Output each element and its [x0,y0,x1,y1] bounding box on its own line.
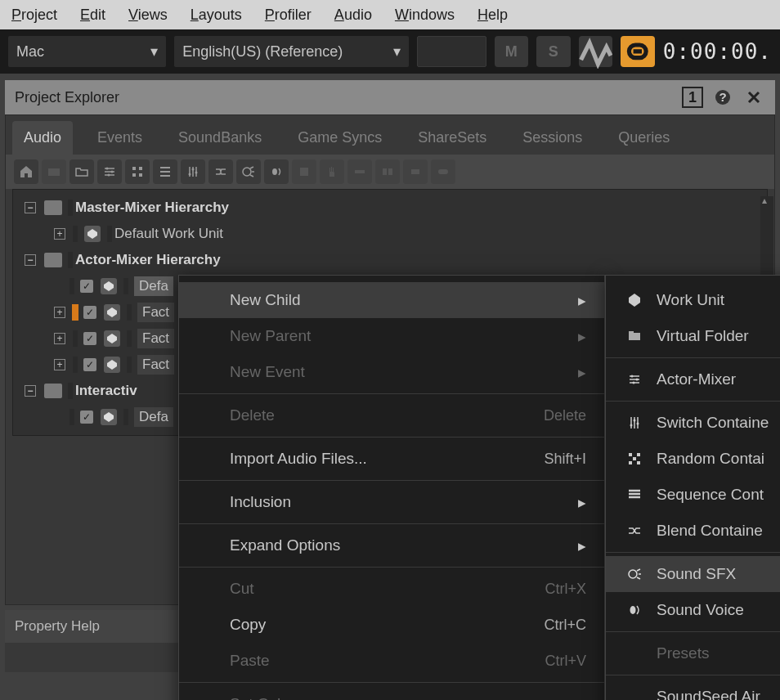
ctx-separator [606,401,780,402]
menu-layouts[interactable]: Layouts [191,7,242,24]
ctx-set-color[interactable]: Set Color [179,686,604,700]
tab-sessions[interactable]: Sessions [511,121,594,155]
checkbox-icon[interactable] [83,358,96,371]
profiler-toggle-button[interactable] [579,36,613,67]
language-label: English(US) (Reference) [182,43,343,61]
expand-icon[interactable]: + [54,307,65,318]
checkbox-icon[interactable] [80,280,93,293]
menu-edit[interactable]: Edit [80,7,105,24]
tb-switch[interactable] [181,159,205,184]
home-icon [20,165,33,178]
misc-icon [353,165,366,178]
tab-soundbanks[interactable]: SoundBanks [167,121,273,155]
collapse-icon[interactable]: − [25,385,36,397]
tb-list[interactable] [153,159,177,184]
tb-home[interactable] [14,159,38,184]
chevron-down-icon: ▾ [150,43,158,61]
ctx-paste[interactable]: Paste Ctrl+V [179,643,604,679]
solo-button[interactable]: S [536,36,571,67]
tree-label: Fact [137,355,174,375]
tree-row[interactable]: + Default Work Unit [13,221,767,247]
tab-events[interactable]: Events [86,121,154,155]
tb-open[interactable] [69,159,94,184]
tb-sfx[interactable] [236,159,261,184]
subctx-sound-sfx[interactable]: Sound SFX [606,556,780,592]
tb-folder[interactable] [42,159,66,184]
ctx-delete[interactable]: Delete Delete [179,397,604,433]
ctx-new-parent[interactable]: New Parent ▸ [179,318,604,354]
menu-help[interactable]: Help [477,7,508,24]
ctx-new-child[interactable]: New Child ▸ [179,282,604,318]
menubar: Project Edit Views Layouts Profiler Audi… [0,0,780,29]
subctx-sequence-container[interactable]: Sequence Cont [606,477,780,513]
subctx-actor-mixer[interactable]: Actor-Mixer [606,361,780,397]
subctx-virtual-folder[interactable]: Virtual Folder [606,318,780,354]
ctx-inclusion[interactable]: Inclusion ▸ [179,484,604,520]
platform-dropdown[interactable]: Mac ▾ [8,36,166,67]
subctx-presets[interactable]: Presets [606,635,780,671]
tb-b[interactable] [320,159,344,184]
tb-c[interactable] [347,159,372,184]
sliders-icon [103,165,116,178]
ctx-label: Delete [230,406,275,424]
panel-title: Project Explorer [15,89,119,106]
close-button[interactable] [742,86,765,109]
ctx-copy[interactable]: Copy Ctrl+C [179,607,604,643]
ctx-expand-options[interactable]: Expand Options ▸ [179,527,604,563]
tree-row-actor-mixer[interactable]: − Actor-Mixer Hierarchy [13,247,767,273]
svg-point-34 [629,570,637,578]
help-button[interactable]: ? [711,86,734,109]
menu-project[interactable]: Project [11,7,57,24]
tb-f[interactable] [431,159,455,184]
tree-row-master-mixer[interactable]: − Master-Mixer Hierarchy [13,195,767,221]
ctx-label: Set Color [230,695,294,700]
menu-windows[interactable]: Windows [395,7,455,24]
tb-voice[interactable] [264,159,289,184]
ctx-label: Random Contai [657,450,764,468]
tb-blend[interactable] [208,159,233,184]
menu-views[interactable]: Views [128,7,168,24]
svg-point-4 [111,171,114,173]
ctx-label: Expand Options [230,536,340,554]
subctx-random-container[interactable]: Random Contai [606,441,780,477]
expand-icon[interactable]: + [54,359,65,370]
subctx-soundseed-air[interactable]: SoundSeed Air [606,679,780,700]
collapse-icon[interactable]: − [25,254,36,266]
ctx-label: SoundSeed Air [657,688,760,700]
tb-a[interactable] [292,159,316,184]
svg-rect-16 [355,170,365,173]
checkbox-icon[interactable] [83,332,96,345]
tb-e[interactable] [403,159,428,184]
ctx-shortcut: Ctrl+X [545,581,586,598]
tb-sliders[interactable] [97,159,122,184]
ctx-import-audio[interactable]: Import Audio Files... Shift+I [179,441,604,477]
timecode: 0:00:00. [663,39,772,64]
mute-button[interactable]: M [495,36,529,67]
link-button[interactable] [621,36,655,67]
tab-gamesyncs[interactable]: Game Syncs [286,121,393,155]
checkbox-icon[interactable] [83,306,96,319]
svg-rect-9 [139,173,142,177]
checkbox-icon[interactable] [80,411,93,424]
subctx-work-unit[interactable]: Work Unit [606,282,780,318]
tab-sharesets[interactable]: ShareSets [406,121,498,155]
search-input[interactable] [417,36,486,67]
subctx-switch-container[interactable]: Switch Containe [606,405,780,441]
tb-grid[interactable] [125,159,150,184]
menu-profiler[interactable]: Profiler [265,7,312,24]
ctx-cut[interactable]: Cut Ctrl+X [179,571,604,607]
tab-audio[interactable]: Audio [12,121,73,155]
ctx-label: New Parent [230,327,311,345]
collapse-icon[interactable]: − [25,202,36,213]
subctx-sound-voice[interactable]: Sound Voice [606,592,780,628]
menu-audio[interactable]: Audio [334,7,372,24]
expand-icon[interactable]: + [54,333,65,344]
expand-icon[interactable]: + [54,228,65,240]
tb-d[interactable] [375,159,400,184]
ctx-new-event[interactable]: New Event ▸ [179,354,604,390]
tab-queries[interactable]: Queries [607,121,681,155]
panel-index-badge[interactable]: 1 [682,87,703,108]
language-dropdown[interactable]: English(US) (Reference) ▾ [174,36,409,67]
subctx-blend-container[interactable]: Blend Containe [606,513,780,549]
tree-label: Actor-Mixer Hierarchy [75,252,221,268]
